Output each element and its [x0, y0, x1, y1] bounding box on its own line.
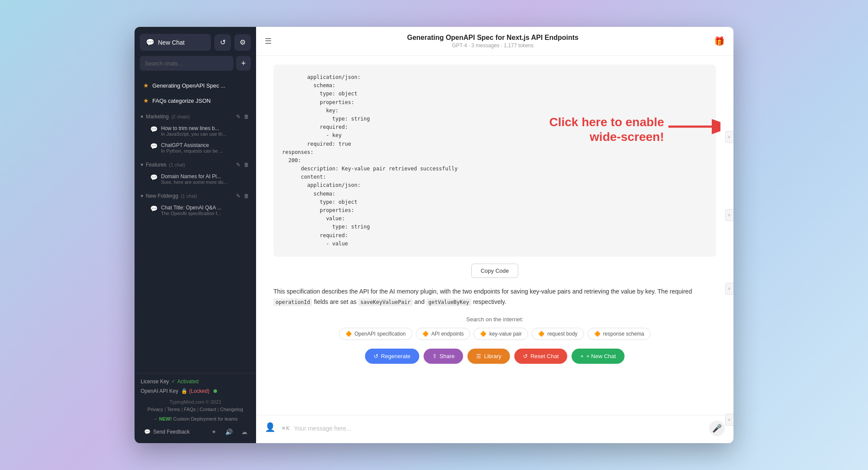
edit-sub-chat-2[interactable]: ✎	[233, 143, 239, 151]
starred-chat-item[interactable]: ★ Generating OpenAPI Spec ... ✎ 🗑	[137, 78, 253, 93]
delete-folder-newfoldergg[interactable]: 🗑	[243, 192, 250, 200]
search-chip-endpoints[interactable]: 🔶 API endpoints	[416, 328, 470, 340]
reset-chat-button[interactable]: ↺ Reset Chat	[514, 349, 567, 364]
expand-right-button-3[interactable]: »	[725, 283, 733, 295]
folder-new-foldergg[interactable]: ▾ New Foldergg (1 chat) ✎ 🗑	[135, 188, 256, 202]
sub-chat-trim-lines[interactable]: 💬 How to trim new lines b... In JavaScri…	[137, 123, 253, 139]
starred-chat-item-2[interactable]: ★ FAQs categorize JSON ✎ 🗑	[137, 93, 253, 108]
new-chat-plus-icon: +	[580, 353, 584, 359]
share-button[interactable]: ⇧ Share	[424, 349, 464, 364]
locked-badge: 🔒 (Locked)	[181, 388, 210, 394]
regenerate-label: Regenerate	[381, 353, 411, 359]
chevron-down-icon-features: ▾	[141, 162, 143, 168]
changelog-link[interactable]: Changelog	[220, 407, 243, 412]
chip-label-1: OpenAPI specification	[355, 331, 406, 337]
delete-folder-marketing[interactable]: 🗑	[243, 113, 250, 121]
search-chip-kv-pair[interactable]: 🔶 key-value pair	[473, 328, 528, 340]
copy-code-button[interactable]: Copy Code	[471, 264, 518, 278]
message-input[interactable]	[294, 425, 705, 432]
delete-chat-button[interactable]: 🗑	[240, 82, 247, 89]
star-icon-2: ★	[143, 97, 149, 104]
delete-sub-chat-3[interactable]: 🗑	[240, 174, 247, 182]
folder-count-newfoldergg: (1 chat)	[181, 193, 197, 199]
contact-link[interactable]: Contact	[200, 407, 216, 412]
edit-folder-newfoldergg[interactable]: ✎	[235, 192, 241, 200]
sub-chat-domain-names[interactable]: 💬 Domain Names for AI Pl... Sure, here a…	[137, 171, 253, 187]
sub-chat-openai-qa[interactable]: 💬 Chat Title: OpenAI Q&A ... The OpenAI …	[137, 202, 253, 219]
folder-marketing[interactable]: ▾ Marketing (2 chats) ✎ 🗑	[135, 108, 256, 122]
gift-button[interactable]: 🎁	[714, 36, 725, 46]
search-input[interactable]	[140, 56, 233, 71]
delete-chat-button-2[interactable]: 🗑	[240, 97, 247, 104]
share-label: Share	[440, 353, 455, 359]
add-folder-button[interactable]: +	[236, 56, 251, 71]
sub-chat-title-1: How to trim new lines b...	[161, 125, 229, 131]
expand-right-button-4[interactable]: »	[725, 414, 733, 426]
refresh-button[interactable]: ↺	[214, 34, 231, 51]
folder-name-marketing: Marketing	[146, 114, 169, 120]
folder-actions-marketing: ✎ 🗑	[235, 113, 250, 121]
chip-icon-5: 🔶	[594, 331, 601, 337]
folder-name-features: Features	[146, 162, 166, 168]
search-chip-openapi[interactable]: 🔶 OpenAPI specification	[339, 328, 412, 340]
sound-button[interactable]: 🔊	[223, 426, 235, 438]
new-chat-button[interactable]: 💬 New Chat	[140, 34, 211, 51]
faqs-link[interactable]: FAQs	[184, 407, 196, 412]
new-chat-action-button[interactable]: + + New Chat	[572, 349, 625, 364]
edit-folder-marketing[interactable]: ✎	[235, 113, 241, 121]
delete-folder-features[interactable]: 🗑	[243, 161, 250, 169]
cmd-key: ⌘	[282, 425, 285, 431]
delete-sub-chat-2[interactable]: 🗑	[240, 143, 247, 151]
hamburger-menu-icon[interactable]: ☰	[265, 36, 272, 46]
library-label: Library	[484, 353, 501, 359]
terms-link[interactable]: Terms	[167, 407, 180, 412]
library-button[interactable]: ☰ Library	[467, 349, 510, 364]
folder-count-marketing: (2 chats)	[171, 114, 190, 119]
expand-right-button-2[interactable]: »	[725, 209, 733, 221]
license-row: License Key ✓ Activated	[141, 379, 250, 385]
folder-actions-newfoldergg: ✎ 🗑	[235, 192, 250, 200]
copyright: TypingMind.com © 2023	[170, 399, 221, 405]
edit-sub-chat-1[interactable]: ✎	[233, 126, 239, 134]
save-key-value-code: saveKeyValuePair	[358, 298, 413, 306]
library-icon: ☰	[476, 353, 481, 359]
add-icon: +	[241, 59, 246, 68]
edit-chat-button[interactable]: ✎	[233, 82, 239, 89]
search-label: Search on the internet:	[273, 316, 716, 323]
edit-chat-button-2[interactable]: ✎	[233, 97, 239, 104]
sub-chat-icon-3: 💬	[150, 174, 158, 181]
sub-chat-chatgpt[interactable]: 💬 ChatGPT Assistance In Python, requests…	[137, 140, 253, 156]
regenerate-button[interactable]: ↺ Regenerate	[365, 349, 419, 364]
settings-button[interactable]: ⚙	[234, 34, 251, 51]
send-feedback-button[interactable]: 💬 Send Feedback	[141, 426, 205, 437]
new-chat-action-label: + New Chat	[586, 353, 616, 359]
mic-button[interactable]: 🎤	[709, 421, 725, 436]
search-chip-request-body[interactable]: 🔶 request body	[532, 328, 584, 340]
privacy-link[interactable]: Privacy	[148, 407, 163, 412]
user-avatar-icon[interactable]: 👤	[265, 422, 278, 435]
edit-sub-chat-4[interactable]: ✎	[233, 206, 239, 213]
edit-sub-chat-3[interactable]: ✎	[233, 174, 239, 182]
activated-badge: ✓ Activated	[171, 379, 198, 385]
sub-chat-preview-1: In JavaScript, you can use th...	[161, 131, 229, 137]
chevron-down-icon: ▾	[141, 114, 143, 120]
expand-right-button-1[interactable]: »	[725, 131, 733, 143]
sparkle-button[interactable]: ✦	[209, 426, 219, 438]
delete-sub-chat-4[interactable]: 🗑	[240, 206, 247, 213]
message-text: This specification describes the API for…	[273, 287, 716, 307]
license-label: License Key	[141, 379, 169, 385]
chat-bubble-icon: 💬	[146, 38, 155, 46]
sidebar-toolbar: 💬 Send Feedback ✦ 🔊 ☁	[141, 426, 250, 438]
get-value-by-key-code: getValueByKey	[426, 298, 471, 306]
msg-and: and	[414, 298, 426, 305]
cloud-button[interactable]: ☁	[239, 426, 250, 438]
chat-meta: GPT-4 · 3 messages · 1,177 tokens	[272, 42, 714, 49]
header-left: ☰	[265, 36, 272, 46]
footer-links: TypingMind.com © 2023 Privacy | Terms | …	[141, 398, 250, 414]
gift-icon: 🎁	[714, 36, 725, 46]
sub-chat-content-1: How to trim new lines b... In JavaScript…	[161, 125, 229, 137]
delete-sub-chat-1[interactable]: 🗑	[240, 126, 247, 134]
search-chip-response-schema[interactable]: 🔶 response schema	[588, 328, 651, 340]
edit-folder-features[interactable]: ✎	[235, 161, 241, 169]
folder-features[interactable]: ▾ Features (1 chat) ✎ 🗑	[135, 157, 256, 170]
